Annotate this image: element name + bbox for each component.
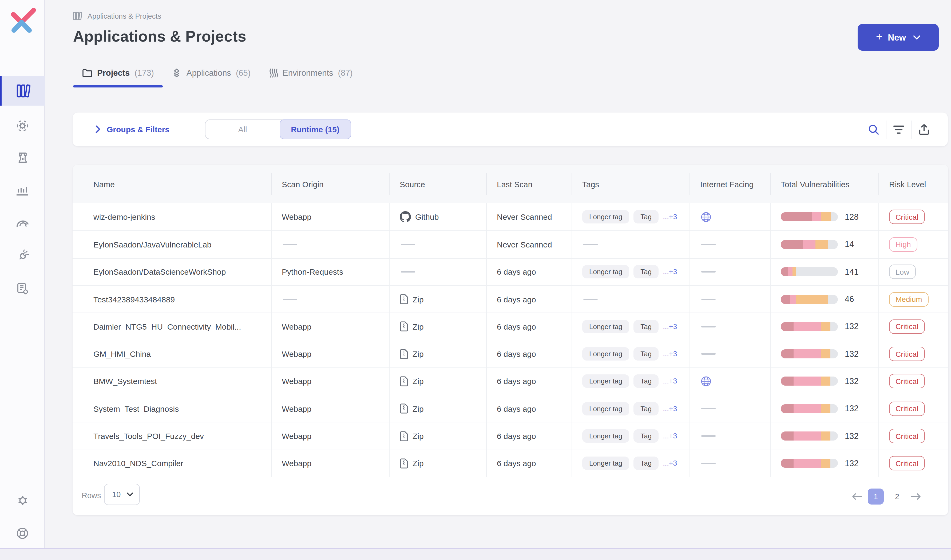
app-logo-icon[interactable]: [7, 5, 38, 37]
page-1-button[interactable]: 1: [868, 489, 884, 505]
table-row[interactable]: System_Test_DiagnosisWebappZip6 days ago…: [72, 395, 948, 422]
cell-tags: Longer tagTag...+3: [572, 258, 689, 285]
cell-source: Zip: [389, 368, 486, 395]
search-icon: [868, 123, 880, 135]
table-row[interactable]: Test342389433484889Zip6 days ago46Medium: [72, 285, 948, 313]
tag-pill[interactable]: Longer tag: [582, 210, 629, 223]
tab-applications[interactable]: Applications(65): [163, 68, 260, 88]
next-page-arrow-icon[interactable]: [911, 493, 921, 500]
segment-all[interactable]: All: [205, 120, 280, 138]
tag-pill[interactable]: Longer tag: [582, 402, 629, 415]
empty-value-dash: [701, 244, 716, 245]
filter-actions: [862, 120, 936, 138]
waves-icon: [269, 68, 278, 78]
projects-table: NameScan OriginSourceLast ScanTagsIntern…: [72, 165, 948, 515]
cell-total-vulnerabilities: 141: [770, 258, 879, 285]
page-2-button[interactable]: 2: [889, 489, 905, 505]
table-row[interactable]: Nav2010_NDS_CompilerWebappZip6 days agoL…: [72, 449, 948, 477]
rows-per-page-select[interactable]: 10: [104, 484, 140, 505]
tag-pill[interactable]: Tag: [633, 320, 658, 333]
cell-source: Zip: [389, 286, 486, 313]
tag-pill[interactable]: Longer tag: [582, 429, 629, 443]
segment-runtime[interactable]: Runtime (15): [279, 120, 351, 139]
zip-icon: [400, 376, 408, 387]
tag-pill[interactable]: Longer tag: [582, 457, 629, 470]
cell-internet-facing: [689, 395, 770, 422]
breadcrumb-label[interactable]: Applications & Projects: [88, 12, 161, 20]
tab-projects[interactable]: Projects(173): [73, 68, 163, 88]
column-header-internet-facing[interactable]: Internet Facing: [689, 165, 770, 203]
empty-value-dash: [283, 244, 297, 245]
more-tags-link[interactable]: ...+3: [663, 350, 677, 358]
more-tags-link[interactable]: ...+3: [663, 323, 677, 331]
export-button[interactable]: [911, 123, 936, 135]
chevron-down-icon: [126, 492, 133, 497]
bottom-divider: [591, 549, 591, 560]
empty-value-dash: [401, 271, 415, 272]
search-button[interactable]: [862, 123, 886, 135]
column-header-source[interactable]: Source: [389, 165, 486, 203]
column-header-tags[interactable]: Tags: [572, 165, 689, 203]
groups-filters-toggle[interactable]: Groups & Filters: [96, 125, 170, 134]
table-row[interactable]: Travels_Tools_POI_Fuzzy_devWebappZip6 da…: [72, 422, 948, 449]
sidebar-item-applications-projects[interactable]: [0, 76, 45, 106]
table-row[interactable]: wiz-demo-jenkinsWebappGithubNever Scanne…: [72, 203, 948, 231]
tag-pill[interactable]: Tag: [633, 210, 658, 223]
cell-tags: Longer tagTag...+3: [572, 395, 689, 422]
new-button[interactable]: + New: [858, 24, 939, 51]
more-tags-link[interactable]: ...+3: [663, 405, 677, 412]
more-tags-link[interactable]: ...+3: [663, 213, 677, 221]
column-header-last-scan[interactable]: Last Scan: [486, 165, 572, 203]
tag-pill[interactable]: Longer tag: [582, 375, 629, 388]
column-header-risk-level[interactable]: Risk Level: [879, 165, 948, 203]
plug-icon: [15, 249, 29, 263]
more-tags-link[interactable]: ...+3: [663, 377, 677, 385]
filter-button[interactable]: [886, 125, 911, 134]
column-header-scan-origin[interactable]: Scan Origin: [271, 165, 389, 203]
bar-chart-icon: [15, 184, 29, 197]
sidebar-item-radar[interactable]: [0, 217, 45, 229]
sidebar-item-integrations[interactable]: [0, 249, 45, 263]
tag-pill[interactable]: Tag: [633, 429, 658, 443]
table-row[interactable]: BMW_SystemtestWebappZip6 days agoLonger …: [72, 368, 948, 395]
sidebar-item-policies[interactable]: [0, 119, 45, 133]
tag-pill[interactable]: Longer tag: [582, 320, 629, 333]
sidebar-item-help[interactable]: [0, 526, 45, 540]
cell-tags: Longer tagTag...+3: [572, 313, 689, 340]
cell-total-vulnerabilities: 46: [770, 286, 879, 313]
cell-last-scan: 6 days ago: [486, 395, 572, 422]
table-row[interactable]: GM_HMI_ChinaWebappZip6 days agoLonger ta…: [72, 340, 948, 368]
sidebar-item-reports[interactable]: [0, 184, 45, 197]
tag-pill[interactable]: Longer tag: [582, 347, 629, 360]
risk-level-badge: Critical: [889, 456, 925, 471]
app-window: Applications & Projects Applications & P…: [0, 0, 951, 560]
empty-value-dash: [701, 326, 716, 327]
tag-pill[interactable]: Tag: [633, 402, 658, 415]
risk-level-badge: Low: [889, 265, 916, 279]
sidebar-item-sbom[interactable]: [0, 282, 45, 295]
more-tags-link[interactable]: ...+3: [663, 460, 677, 468]
table-body: wiz-demo-jenkinsWebappGithubNever Scanne…: [72, 203, 948, 477]
cell-source: [389, 258, 486, 285]
vulnerability-bar: [781, 349, 838, 358]
more-tags-link[interactable]: ...+3: [663, 268, 677, 276]
empty-value-dash: [583, 244, 598, 245]
tag-pill[interactable]: Tag: [633, 265, 658, 278]
table-row[interactable]: EylonSaadon/JavaVulnerableLabNever Scann…: [72, 231, 948, 258]
tag-pill[interactable]: Tag: [633, 457, 658, 470]
sidebar-item-settings[interactable]: [0, 494, 45, 507]
sidebar-item-attack-paths[interactable]: [0, 151, 45, 165]
gear-hex-icon: [15, 119, 29, 133]
cell-tags: Longer tagTag...+3: [572, 340, 689, 368]
prev-page-arrow-icon[interactable]: [852, 493, 862, 500]
column-header-total-vulnerabilities[interactable]: Total Vulnerabilities: [770, 165, 879, 203]
zip-icon: [400, 349, 408, 359]
tag-pill[interactable]: Longer tag: [582, 265, 629, 278]
table-row[interactable]: Daimler_NTG5_HU_Connectivity_Mobil...Web…: [72, 312, 948, 340]
tab-environments[interactable]: Environments(87): [260, 68, 362, 88]
tag-pill[interactable]: Tag: [633, 375, 658, 388]
tag-pill[interactable]: Tag: [633, 347, 658, 360]
column-header-name[interactable]: Name: [72, 165, 271, 203]
more-tags-link[interactable]: ...+3: [663, 432, 677, 440]
table-row[interactable]: EylonSaadon/DataScienceWorkShopPython-Re…: [72, 258, 948, 285]
